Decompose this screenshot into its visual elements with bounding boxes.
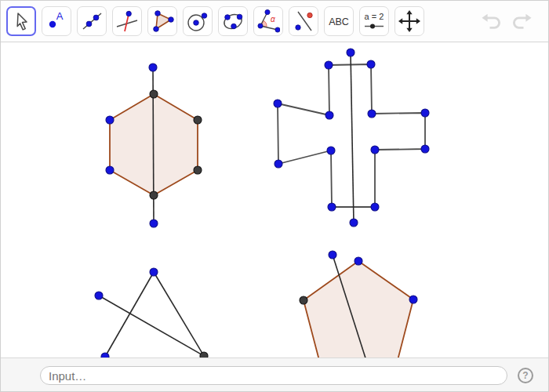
cross-figure-point[interactable]: [274, 100, 282, 107]
cross-figure-point[interactable]: [325, 61, 333, 69]
triangle-figure-point[interactable]: [95, 292, 103, 299]
tool-conic-button[interactable]: [218, 6, 248, 36]
cross-figure: [274, 49, 429, 227]
tool-perpendicular-line-button[interactable]: [112, 6, 142, 36]
cross-figure-point[interactable]: [371, 203, 379, 211]
text-icon: ABC: [326, 9, 351, 33]
line-icon: [80, 9, 104, 33]
abc-label: ABC: [329, 16, 349, 27]
triangle-figure-point[interactable]: [150, 268, 158, 276]
cross-figure-point[interactable]: [347, 49, 354, 56]
tool-circle-button[interactable]: [183, 6, 213, 36]
tool-slider-button[interactable]: a = 2: [359, 6, 389, 36]
undo-button[interactable]: [479, 11, 504, 31]
tool-move-view-button[interactable]: [394, 6, 424, 36]
tool-polygon-button[interactable]: [147, 6, 177, 36]
tool-line-button[interactable]: [77, 6, 107, 36]
circle-icon: [186, 9, 209, 33]
tool-reflect-button[interactable]: [289, 6, 318, 36]
slider-value-label: a = 2: [365, 12, 384, 21]
pentagon-figure-point[interactable]: [409, 296, 417, 303]
pentagon-figure: [300, 251, 417, 358]
cross-figure-point[interactable]: [325, 111, 333, 119]
help-button[interactable]: ?: [518, 368, 533, 383]
move-view-icon: [398, 9, 421, 33]
angle-icon: α: [256, 9, 280, 33]
tool-angle-button[interactable]: α: [253, 6, 283, 36]
toolbar: A: [1, 1, 548, 42]
triangle-figure: [95, 268, 208, 358]
triangle-figure-point[interactable]: [200, 352, 208, 358]
redo-button[interactable]: [509, 11, 534, 31]
geometry-canvas[interactable]: [1, 42, 548, 358]
tool-point-button[interactable]: A: [42, 6, 71, 36]
cross-figure-point[interactable]: [367, 60, 375, 68]
hexagon-figure-point[interactable]: [150, 191, 158, 199]
hexagon-figure-point[interactable]: [194, 116, 202, 124]
cross-figure-point[interactable]: [327, 147, 335, 154]
graphics-view[interactable]: [1, 42, 548, 358]
hexagon-figure-point[interactable]: [106, 166, 114, 174]
pentagon-figure-point[interactable]: [300, 296, 307, 304]
geogebra-app: A: [0, 0, 549, 392]
redo-icon: [510, 11, 533, 31]
cross-figure-point[interactable]: [371, 146, 379, 154]
history-buttons: [479, 11, 534, 31]
alpha-label: α: [271, 15, 275, 24]
slider-icon: a = 2: [362, 9, 386, 33]
triangle-figure-segment[interactable]: [105, 272, 154, 357]
tool-text-button[interactable]: ABC: [324, 6, 354, 36]
hexagon-figure-point[interactable]: [194, 166, 202, 174]
cross-figure-point[interactable]: [421, 145, 429, 153]
reflect-icon: [292, 9, 315, 33]
algebra-input[interactable]: [40, 366, 507, 385]
cross-figure-point[interactable]: [350, 219, 358, 227]
pentagon-figure-point[interactable]: [354, 257, 362, 265]
hexagon-figure-point[interactable]: [150, 220, 158, 227]
cursor-icon: [9, 9, 33, 33]
cross-figure-point[interactable]: [328, 203, 336, 211]
hexagon-figure-point[interactable]: [149, 64, 157, 71]
hexagon-figure: [106, 64, 202, 227]
cross-figure-segment[interactable]: [351, 53, 354, 223]
polygon-icon: [151, 9, 174, 33]
tool-move-button[interactable]: [6, 6, 36, 36]
point-a-label: A: [56, 10, 64, 22]
input-bar: ?: [1, 358, 548, 392]
cross-figure-point[interactable]: [421, 109, 429, 117]
conic-icon: [221, 9, 245, 33]
perpendicular-line-icon: [115, 9, 139, 33]
pentagon-figure-outline[interactable]: [304, 261, 413, 358]
point-icon: A: [45, 9, 68, 33]
cross-figure-point[interactable]: [368, 110, 376, 118]
triangle-figure-segment[interactable]: [99, 296, 204, 356]
undo-icon: [480, 11, 504, 31]
pentagon-figure-point[interactable]: [329, 251, 336, 259]
hexagon-figure-point[interactable]: [150, 90, 158, 98]
triangle-figure-segment[interactable]: [154, 272, 204, 356]
triangle-figure-point[interactable]: [101, 353, 109, 358]
cross-figure-point[interactable]: [274, 160, 282, 168]
hexagon-figure-point[interactable]: [106, 116, 114, 124]
